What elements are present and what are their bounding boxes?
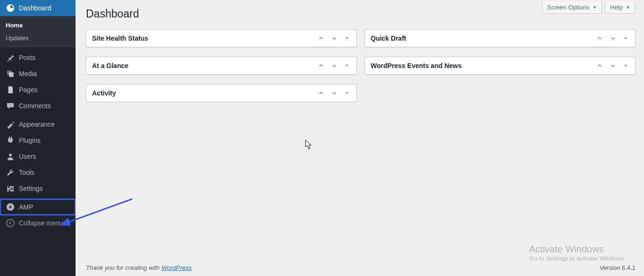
- sidebar-item-amp[interactable]: AMP: [0, 199, 76, 215]
- svg-rect-3: [7, 190, 14, 191]
- svg-point-6: [9, 190, 10, 191]
- postbox-site-health: Site Health Status: [86, 29, 357, 47]
- caret-down-icon: ▼: [592, 5, 597, 10]
- screen-options-button[interactable]: Screen Options ▼: [542, 2, 602, 14]
- comments-icon: [6, 101, 15, 111]
- sidebar-item-label: Media: [19, 70, 37, 78]
- sidebar-item-pages[interactable]: Pages: [0, 82, 76, 98]
- postbox-title: Site Health Status: [92, 34, 317, 42]
- sidebar-collapse-button[interactable]: Collapse menu: [0, 215, 76, 231]
- sidebar-item-label: Pages: [19, 86, 38, 94]
- toggle-button[interactable]: [343, 89, 351, 97]
- dashboard-icon: [6, 3, 15, 13]
- sidebar-item-users[interactable]: Users: [0, 148, 76, 164]
- watermark-line2: Go to Settings to activate Windows.: [529, 255, 626, 262]
- help-label: Help: [610, 4, 623, 11]
- postbox-title: Quick Draft: [371, 34, 595, 42]
- collapse-icon: [6, 218, 15, 228]
- sidebar-item-label: Users: [19, 153, 36, 160]
- sidebar-item-label: Posts: [19, 54, 35, 61]
- postbox-title: WordPress Events and News: [371, 62, 595, 69]
- svg-point-5: [11, 188, 13, 190]
- page-title: Dashboard: [86, 8, 139, 20]
- move-down-button[interactable]: [609, 34, 617, 43]
- svg-point-0: [9, 154, 12, 156]
- footer-prefix: Thank you for creating with: [86, 264, 161, 271]
- svg-rect-1: [7, 186, 14, 188]
- sidebar-item-label: Tools: [19, 169, 34, 176]
- sidebar-item-label: Plugins: [19, 137, 41, 144]
- toggle-button[interactable]: [343, 62, 351, 69]
- move-up-button[interactable]: [317, 61, 325, 70]
- toggle-button[interactable]: [622, 62, 629, 69]
- sidebar-item-appearance[interactable]: Appearance: [0, 116, 76, 132]
- sidebar-item-plugins[interactable]: Plugins: [0, 132, 76, 148]
- footer-suffix: .: [192, 264, 194, 271]
- move-up-button[interactable]: [317, 89, 325, 97]
- caret-down-icon: ▼: [626, 5, 630, 10]
- sidebar-item-label: Settings: [19, 185, 43, 192]
- postbox-quick-draft: Quick Draft: [364, 29, 636, 47]
- sidebar-item-label: AMP: [19, 203, 33, 211]
- move-down-button[interactable]: [330, 34, 339, 43]
- sidebar-subitem-home[interactable]: Home: [0, 19, 76, 32]
- pushpin-icon: [6, 53, 15, 62]
- dashboard-widgets: Site Health Status At a Glance: [86, 29, 636, 102]
- move-down-button[interactable]: [330, 61, 339, 70]
- postbox-activity: Activity: [86, 84, 357, 102]
- toggle-button[interactable]: [622, 34, 629, 42]
- sidebar-item-settings[interactable]: Settings: [0, 181, 76, 197]
- footer-thankyou: Thank you for creating with WordPress.: [86, 264, 194, 271]
- plugins-icon: [6, 136, 15, 145]
- settings-icon: [6, 184, 15, 193]
- svg-rect-2: [7, 188, 14, 190]
- move-up-button[interactable]: [595, 61, 604, 70]
- postbox-at-a-glance: At a Glance: [86, 57, 357, 75]
- content-area: Screen Options ▼ Help ▼ Dashboard Site H…: [76, 0, 644, 276]
- postbox-title: At a Glance: [92, 62, 317, 69]
- sidebar-item-label: Comments: [19, 102, 51, 110]
- help-button[interactable]: Help ▼: [605, 2, 636, 14]
- footer-version: Version 6.4.1: [600, 264, 636, 271]
- appearance-icon: [6, 120, 15, 129]
- svg-point-8: [7, 219, 14, 227]
- move-up-button[interactable]: [595, 34, 604, 43]
- activate-windows-watermark: Activate Windows Go to Settings to activ…: [529, 244, 626, 262]
- sidebar-item-comments[interactable]: Comments: [0, 98, 76, 114]
- admin-sidebar: Dashboard Home Updates Posts Media Pages…: [0, 0, 76, 276]
- screen-options-label: Screen Options: [547, 4, 590, 11]
- sidebar-item-posts[interactable]: Posts: [0, 50, 76, 66]
- sidebar-subitem-updates[interactable]: Updates: [0, 32, 76, 44]
- users-icon: [6, 152, 15, 161]
- media-icon: [6, 69, 15, 78]
- footer-wordpress-link[interactable]: WordPress: [161, 264, 192, 271]
- toggle-button[interactable]: [343, 34, 351, 42]
- screen-meta-links: Screen Options ▼ Help ▼: [542, 2, 636, 14]
- admin-footer: Thank you for creating with WordPress. V…: [86, 264, 636, 271]
- sidebar-item-label: Dashboard: [19, 4, 51, 12]
- svg-point-4: [8, 186, 10, 188]
- dashboard-column-left: Site Health Status At a Glance: [86, 29, 357, 102]
- pages-icon: [6, 85, 15, 95]
- amp-icon: [6, 202, 15, 212]
- move-up-button[interactable]: [317, 34, 325, 43]
- sidebar-submenu-dashboard: Home Updates: [0, 16, 76, 47]
- sidebar-item-tools[interactable]: Tools: [0, 164, 76, 181]
- sidebar-item-dashboard[interactable]: Dashboard: [0, 0, 76, 16]
- postbox-wp-news: WordPress Events and News: [364, 57, 636, 75]
- sidebar-item-label: Appearance: [19, 121, 55, 128]
- tools-icon: [6, 168, 15, 177]
- dashboard-column-right: Quick Draft WordPress Events and News: [364, 29, 636, 102]
- move-down-button[interactable]: [330, 89, 339, 97]
- move-down-button[interactable]: [609, 61, 617, 70]
- watermark-line1: Activate Windows: [529, 244, 626, 255]
- sidebar-item-media[interactable]: Media: [0, 66, 76, 82]
- sidebar-item-label: Collapse menu: [19, 219, 63, 227]
- postbox-title: Activity: [92, 89, 317, 97]
